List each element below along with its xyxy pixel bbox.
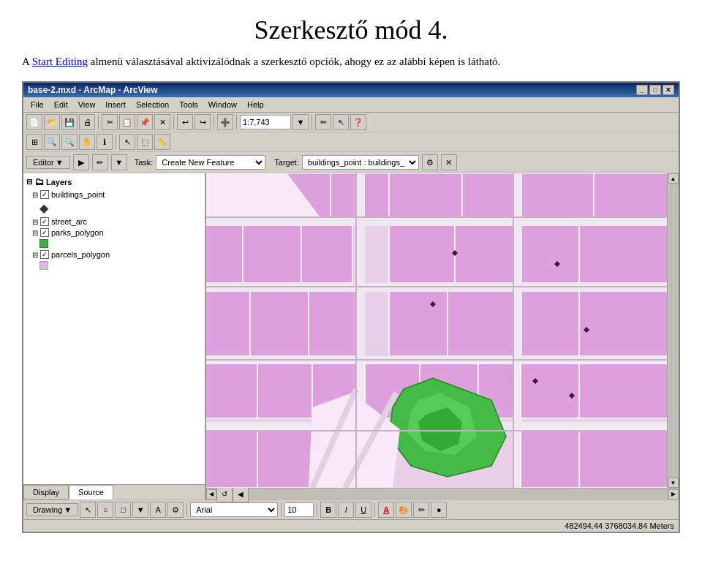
editor-pencil[interactable]: ✏ — [92, 154, 108, 170]
identify[interactable]: ℹ — [97, 134, 113, 150]
fill-color-button[interactable]: 🎨 — [396, 502, 412, 518]
target-dropdown[interactable]: buildings_point : buildings_poin — [302, 155, 419, 170]
new-button[interactable]: 📄 — [26, 114, 42, 130]
target-btn1[interactable]: ⚙ — [422, 154, 438, 170]
svg-rect-19 — [389, 290, 448, 356]
street-checkbox[interactable] — [40, 217, 49, 226]
svg-rect-35 — [521, 363, 579, 418]
font-size-input[interactable] — [284, 502, 314, 517]
add-data-button[interactable]: ➕ — [217, 114, 233, 130]
line-color-button[interactable]: ✏ — [413, 502, 429, 518]
horizontal-scrollbar[interactable]: ◀ ↺ ◀ ▶ — [206, 488, 679, 500]
menu-file[interactable]: File — [26, 99, 48, 110]
separator-2 — [173, 115, 174, 129]
zoom-full[interactable]: ⊞ — [26, 134, 42, 150]
undo-button[interactable]: ↩ — [177, 114, 193, 130]
buildings-checkbox[interactable] — [40, 190, 49, 199]
scroll-right-button[interactable]: ▶ — [668, 489, 679, 500]
start-editing-link[interactable]: Start Editing — [32, 56, 88, 67]
layers-collapse-icon[interactable]: ⊟ — [26, 178, 32, 186]
display-tab[interactable]: Display — [23, 485, 69, 500]
underline-button[interactable]: U — [355, 502, 371, 518]
redo-button[interactable]: ↪ — [195, 114, 211, 130]
parcels-checkbox[interactable] — [40, 250, 49, 259]
draw-sep3 — [317, 502, 317, 517]
editor-button[interactable]: Editor ▼ — [26, 156, 70, 169]
select[interactable]: ↖ — [119, 134, 135, 150]
status-tabs: Display Source — [23, 485, 113, 500]
parks-collapse-icon[interactable]: ⊟ — [32, 229, 38, 237]
draw-rect[interactable]: □ — [115, 502, 131, 518]
scale-dropdown[interactable]: ▼ — [292, 114, 309, 130]
buildings-collapse-icon[interactable]: ⊟ — [32, 191, 38, 199]
drawing-button[interactable]: Drawing ▼ — [26, 503, 78, 516]
copy-button[interactable]: 📋 — [119, 114, 135, 130]
close-button[interactable]: ✕ — [663, 85, 674, 95]
target-btn2[interactable]: ✕ — [441, 154, 457, 170]
map-svg — [206, 173, 667, 488]
draw-dropdown2[interactable]: ▼ — [132, 502, 148, 518]
cut-button[interactable]: ✂ — [102, 114, 118, 130]
tool3[interactable]: ❓ — [350, 114, 366, 130]
menu-tools[interactable]: Tools — [175, 99, 203, 110]
scale-input[interactable] — [240, 115, 291, 129]
vertical-scrollbar[interactable]: ▲ ▼ — [667, 173, 679, 488]
tool2[interactable]: ↖ — [333, 114, 349, 130]
print-button[interactable]: 🖨 — [79, 114, 95, 130]
menu-insert[interactable]: Insert — [101, 99, 130, 110]
toolbar-row-1: 📄 📂 💾 🖨 ✂ 📋 📌 ✕ ↩ ↪ ➕ ▼ ✏ ↖ ❓ — [23, 113, 679, 132]
editor-tool1[interactable]: ▶ — [73, 154, 89, 170]
open-button[interactable]: 📂 — [44, 114, 60, 130]
menu-help[interactable]: Help — [243, 99, 268, 110]
pan[interactable]: ✋ — [79, 134, 95, 150]
task-dropdown[interactable]: Create New Feature — [156, 155, 265, 170]
parks-symbol — [39, 239, 48, 248]
draw-circle[interactable]: ○ — [97, 502, 113, 518]
font-select[interactable]: Arial — [190, 502, 278, 517]
target-label: Target: — [274, 158, 299, 167]
paste-button[interactable]: 📌 — [137, 114, 153, 130]
parcels-collapse-icon[interactable]: ⊟ — [32, 251, 38, 259]
map-area[interactable] — [206, 173, 667, 488]
menu-window[interactable]: Window — [204, 99, 241, 110]
draw-text[interactable]: A — [150, 502, 166, 518]
italic-button[interactable]: I — [338, 502, 354, 518]
scroll-down-button[interactable]: ▼ — [668, 478, 679, 488]
scroll-refresh[interactable]: ↺ — [216, 486, 233, 502]
menu-edit[interactable]: Edit — [50, 99, 72, 110]
delete-button[interactable]: ✕ — [154, 114, 170, 130]
tool1[interactable]: ✏ — [315, 114, 331, 130]
measure[interactable]: 📏 — [154, 134, 170, 150]
menu-view[interactable]: View — [74, 99, 100, 110]
svg-rect-4 — [389, 173, 462, 217]
maximize-button[interactable]: □ — [649, 85, 661, 95]
scroll-up-button[interactable]: ▲ — [668, 173, 679, 184]
shadow-button[interactable]: ● — [431, 502, 447, 518]
street-collapse-icon[interactable]: ⊟ — [32, 218, 38, 226]
bold-button[interactable]: B — [320, 502, 336, 518]
scroll-track-v[interactable] — [668, 184, 679, 478]
draw-tool3[interactable]: ⚙ — [167, 502, 184, 518]
scroll-track-h[interactable] — [249, 489, 668, 500]
menu-selection[interactable]: Selection — [132, 99, 173, 110]
editor-dropdown[interactable]: ▼ — [111, 154, 127, 170]
source-tab[interactable]: Source — [69, 485, 113, 500]
minimize-button[interactable]: _ — [636, 85, 648, 95]
scroll-left-button[interactable]: ◀ — [206, 489, 216, 500]
save-button[interactable]: 💾 — [61, 114, 78, 130]
parks-symbol-row — [39, 239, 202, 248]
page-description: A Start Editing almenü választásával akt… — [22, 54, 680, 69]
parks-checkbox[interactable] — [40, 228, 49, 237]
svg-rect-11 — [301, 225, 352, 283]
font-color-button[interactable]: A — [378, 502, 394, 518]
zoom-in[interactable]: 🔍 — [44, 134, 60, 150]
arcmap-window: base-2.mxd - ArcMap - ArcView _ □ ✕ File… — [22, 81, 680, 533]
parks-label: parks_polygon — [51, 228, 104, 237]
scroll-info[interactable]: ◀ — [233, 486, 249, 502]
svg-rect-12 — [389, 225, 455, 283]
zoom-out[interactable]: 🔍 — [61, 134, 78, 150]
separator-6 — [116, 135, 116, 149]
draw-arrow[interactable]: ↖ — [80, 502, 96, 518]
title-bar: base-2.mxd - ArcMap - ArcView _ □ ✕ — [23, 83, 679, 97]
select2[interactable]: ⬚ — [137, 134, 153, 150]
